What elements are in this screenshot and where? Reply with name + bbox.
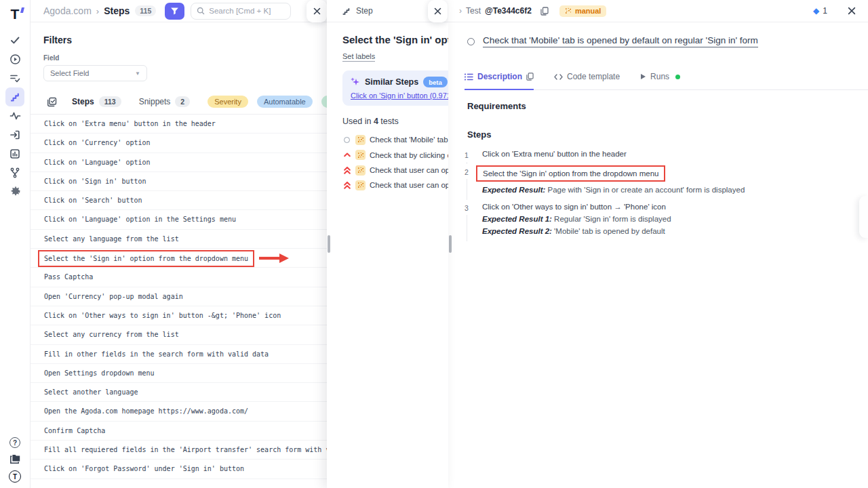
used-in-test-item[interactable]: Check that user can op xyxy=(342,163,448,178)
step-list-item[interactable]: Click on 'Other ways to sign in' button … xyxy=(31,306,327,325)
expected-result-label: Expected Result 2: xyxy=(482,227,552,235)
test-step: 2 Select the 'Sign in' option from the d… xyxy=(465,167,868,194)
used-in-test-label: Check that user can op xyxy=(370,166,448,174)
tab-steps-count: 113 xyxy=(99,96,121,107)
step-list-item[interactable]: Click on 'Language' option xyxy=(31,153,327,172)
tag-pill[interactable]: Severity xyxy=(208,96,248,108)
expected-result-text: 'Mobile' tab is opened by default xyxy=(554,227,665,235)
used-in-test-item[interactable]: Check that by clicking o xyxy=(342,148,448,163)
expected-result-text: Page with 'Sign in or create an account'… xyxy=(548,186,745,194)
tab-code-template[interactable]: Code template xyxy=(554,72,620,89)
tab-description[interactable]: Description xyxy=(465,72,534,90)
step-list-item[interactable]: Click on 'Language' option in the Settin… xyxy=(31,210,327,229)
step-list-item-text: Fill in other fields in the search form … xyxy=(44,350,269,358)
step-list-item-text: Select any language from the list xyxy=(44,235,179,243)
step-list-item-text: Fill all requiered fields in the 'Airpor… xyxy=(44,446,327,453)
profile-icon[interactable]: T xyxy=(9,470,21,483)
step-list-item-text: Click on 'Language' option in the Settin… xyxy=(44,216,236,223)
step-list-item[interactable]: Fill all requiered fields in the 'Airpor… xyxy=(31,441,327,460)
status-circle-icon[interactable] xyxy=(467,38,475,45)
breadcrumb-project[interactable]: Agoda.com xyxy=(43,5,92,16)
expected-result-label: Expected Result: xyxy=(482,186,545,194)
diamond-icon[interactable]: ◆ xyxy=(813,6,819,16)
step-list-item[interactable]: Click on 'Sign in' button xyxy=(31,172,327,191)
step-list-item[interactable]: Click on 'Currency' option xyxy=(31,134,327,152)
play-circle-icon[interactable] xyxy=(5,49,24,68)
manual-test-icon xyxy=(355,165,366,176)
step-list-item[interactable]: Open 'Currency' pop-up modal again xyxy=(31,287,327,306)
step-details-panel: Step Select the 'Sign in' option from th… xyxy=(327,0,448,488)
close-test-panel-button[interactable] xyxy=(848,7,856,15)
step-list-item-text: Open 'Currency' pop-up modal again xyxy=(44,293,183,300)
step-list-item[interactable]: Open the Agoda.com homepage https://www.… xyxy=(31,402,327,421)
list-check-icon[interactable] xyxy=(5,68,24,87)
step-list-item-text: Click on 'Currency' option xyxy=(44,139,151,146)
help-icon[interactable]: ? xyxy=(9,437,20,448)
tab-steps[interactable]: Steps 113 xyxy=(72,96,121,107)
manual-test-icon xyxy=(355,150,366,160)
steps-icon xyxy=(342,7,351,16)
step-list-item-text: Click on 'Language' option xyxy=(44,159,151,166)
tab-runs[interactable]: Runs xyxy=(640,72,680,89)
steps-list: Click on 'Extra menu' button in the head… xyxy=(31,115,327,479)
step-list-item[interactable]: Fill in other fields in the search form … xyxy=(31,345,327,364)
step-list-item[interactable]: Click on 'Search' button xyxy=(31,191,327,210)
tag-pill[interactable]: Type xyxy=(321,96,327,108)
filter-button[interactable] xyxy=(165,3,184,20)
tab-snippets-label: Snippets xyxy=(139,97,171,106)
sparkles-icon xyxy=(351,77,360,87)
step-list-item-text: Click on 'Forgot Password' under 'Sign i… xyxy=(44,465,244,472)
steps-icon[interactable] xyxy=(5,87,24,106)
used-in-test-label: Check that 'Mobile' tab is opened by def… xyxy=(370,136,448,144)
branch-icon[interactable] xyxy=(5,163,24,182)
select-all-icon[interactable] xyxy=(47,97,57,107)
check-icon[interactable] xyxy=(5,30,24,49)
report-icon[interactable] xyxy=(5,144,24,163)
test-step-text[interactable]: Select the 'Sign in' option from the dro… xyxy=(476,165,665,182)
close-panel-button[interactable] xyxy=(307,0,327,22)
steps-list-panel: Agoda.com › Steps 115 Filters Field Sele… xyxy=(31,0,327,488)
activity-icon[interactable] xyxy=(5,106,24,125)
chevron-icon[interactable]: › xyxy=(459,6,462,16)
test-steps-list: 1 Click on 'Extra menu' button in the he… xyxy=(465,150,868,235)
used-in-test-item[interactable]: Check that 'Mobile' tab is opened by def… xyxy=(342,132,448,147)
used-in-test-item[interactable]: Check that user can op xyxy=(342,178,448,192)
step-list-item[interactable]: Select another language xyxy=(31,383,327,402)
test-step-text[interactable]: Click on 'Other ways to sign in' button … xyxy=(482,203,671,211)
step-list-item[interactable]: Select any currency from the list xyxy=(31,325,327,344)
set-labels-link[interactable]: Set labels xyxy=(342,52,375,62)
login-icon[interactable] xyxy=(5,125,24,144)
panel-resize-handle[interactable] xyxy=(449,235,452,253)
test-step: 1 Click on 'Extra menu' button in the he… xyxy=(465,150,868,158)
tab-snippets[interactable]: Snippets 2 xyxy=(139,96,191,107)
step-connector-line xyxy=(467,215,467,241)
step-list-item[interactable]: Pass Captcha xyxy=(31,268,327,287)
close-step-panel-button[interactable] xyxy=(428,0,448,22)
copy-icon[interactable] xyxy=(540,7,549,16)
step-list-item-text: Select any currency from the list xyxy=(44,331,179,338)
test-step-number: 2 xyxy=(465,167,469,176)
gear-icon[interactable] xyxy=(5,182,24,201)
step-list-item-text: Confirm Captcha xyxy=(44,427,105,434)
test-step-number: 1 xyxy=(465,150,469,159)
panel-resize-handle[interactable] xyxy=(328,235,330,253)
step-list-item[interactable]: Click on 'Forgot Password' under 'Sign i… xyxy=(31,460,327,479)
used-in-tests-list: Check that 'Mobile' tab is opened by def… xyxy=(342,132,448,192)
step-list-item[interactable]: Confirm Captcha xyxy=(31,422,327,441)
app-logo[interactable]: T xyxy=(11,5,20,23)
collapsed-panel-handle[interactable] xyxy=(859,196,868,238)
search-input[interactable] xyxy=(209,7,277,15)
test-title[interactable]: Check that 'Mobile' tab is opened by def… xyxy=(483,35,758,47)
step-list-item[interactable]: Select any language from the list xyxy=(31,230,327,249)
similar-step-link[interactable]: Click on 'Sign in' button (0.9715) xyxy=(351,92,448,100)
library-icon[interactable] xyxy=(9,454,21,464)
expected-result: Expected Result 2: 'Mobile' tab is opene… xyxy=(482,227,671,235)
tag-pill[interactable]: Automatable xyxy=(257,96,313,108)
step-list-item[interactable]: Select the 'Sign in' option from the dro… xyxy=(31,249,327,268)
copy-icon[interactable] xyxy=(526,73,534,81)
test-step-text[interactable]: Click on 'Extra menu' button in the head… xyxy=(482,150,627,158)
search-box[interactable] xyxy=(191,3,291,20)
field-select[interactable]: Select Field ▼ xyxy=(43,65,147,81)
step-list-item[interactable]: Open Settings dropdown menu xyxy=(31,364,327,383)
step-list-item[interactable]: Click on 'Extra menu' button in the head… xyxy=(31,115,327,134)
